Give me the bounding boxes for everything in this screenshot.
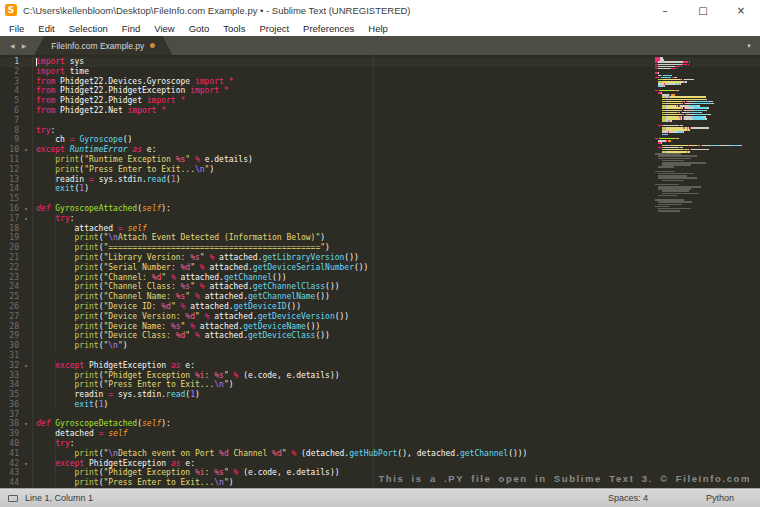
code-line[interactable]: 18 attached = self	[0, 224, 760, 234]
code-line[interactable]: 9 ch = Gyroscope()	[0, 135, 760, 145]
code-line[interactable]: 30 print("\n")	[0, 341, 760, 351]
fold-arrow-icon[interactable]: ▾	[20, 419, 33, 429]
syntax-setting[interactable]: Python	[706, 493, 734, 503]
code-line[interactable]: 17▾ try:	[0, 214, 760, 224]
code-line[interactable]: 37	[0, 410, 760, 420]
fold-gutter	[20, 57, 33, 67]
indent-guide	[55, 429, 56, 439]
code-line[interactable]: 7	[0, 116, 760, 126]
code-line[interactable]: 27 print("Device Version: %d" % attached…	[0, 312, 760, 322]
indent-guide	[75, 478, 76, 488]
code-line[interactable]: 21 print("Library Version: %s" % attache…	[0, 253, 760, 263]
code-line[interactable]: 32▾ except PhidgetException as e:	[0, 361, 760, 371]
tab-prev-icon[interactable]: ◀	[10, 42, 15, 49]
code-text: def GyroscopeDetached(self):	[33, 419, 760, 429]
tab-fileinfo-example[interactable]: FileInfo.com Example.py	[34, 36, 172, 55]
fold-arrow-icon[interactable]: ▾	[20, 361, 33, 371]
code-line[interactable]: 34 print("Press Enter to Exit...\n")	[0, 380, 760, 390]
code-line[interactable]: 4from Phidget22.PhidgetException import …	[0, 86, 760, 96]
code-line[interactable]: 2import time	[0, 67, 760, 77]
tab-label: FileInfo.com Example.py	[51, 41, 144, 51]
editor-pane[interactable]: 1import sys2import time3from Phidget22.D…	[0, 55, 760, 488]
code-line[interactable]: 1import sys	[0, 57, 760, 67]
code-line[interactable]: 28 print("Device Name: %s" % attached.ge…	[0, 322, 760, 332]
line-number: 22	[0, 263, 20, 273]
code-text: print("Channel: %d" % attached.getChanne…	[33, 273, 760, 283]
maximize-button[interactable]: □	[684, 0, 722, 20]
fold-arrow-icon[interactable]: ▾	[20, 459, 33, 469]
line-number: 29	[0, 331, 20, 341]
menu-file[interactable]: File	[2, 22, 31, 35]
tab-bar: ◀ ▶ FileInfo.com Example.py ▼	[0, 36, 760, 55]
fold-arrow-icon[interactable]: ▾	[20, 204, 33, 214]
code-text: print("Phidget Exception %i: %s" % (e.co…	[33, 371, 760, 381]
fold-arrow-icon[interactable]: ▾	[20, 145, 33, 155]
code-line[interactable]: 25 print("Channel Name: %s" % attached.g…	[0, 292, 760, 302]
code-line[interactable]: 11 print("Runtime Exception %s" % e.deta…	[0, 155, 760, 165]
menu-selection[interactable]: Selection	[62, 22, 115, 35]
code-line[interactable]: 5from Phidget22.Phidget import *	[0, 96, 760, 106]
code-line[interactable]: 26 print("Device ID: %d" % attached.getD…	[0, 302, 760, 312]
code-line[interactable]: 41 print("\nDetach event on Port %d Chan…	[0, 449, 760, 459]
code-line[interactable]: 20 print("==============================…	[0, 243, 760, 253]
indentation-setting[interactable]: Spaces: 4	[608, 493, 648, 503]
code-text: print("Press Enter to Exit...\n")	[33, 380, 760, 390]
code-line[interactable]: 13 readin = sys.stdin.read(1)	[0, 175, 760, 185]
minimize-button[interactable]: –	[646, 0, 684, 20]
code-line[interactable]: 16▾def GyroscopeAttached(self):	[0, 204, 760, 214]
code-text: def GyroscopeAttached(self):	[33, 204, 760, 214]
tab-overflow-icon[interactable]: ▼	[746, 36, 752, 55]
line-number: 2	[0, 67, 20, 77]
code-line[interactable]: 23 print("Channel: %d" % attached.getCha…	[0, 273, 760, 283]
menu-project[interactable]: Project	[252, 22, 296, 35]
menu-tools[interactable]: Tools	[216, 22, 252, 35]
code-line[interactable]: 8try:	[0, 126, 760, 136]
fold-arrow-icon[interactable]: ▾	[20, 214, 33, 224]
close-button[interactable]: ×	[722, 0, 760, 20]
indent-guide	[55, 233, 56, 243]
code-line[interactable]: 42▾ except PhidgetException as e:	[0, 459, 760, 469]
line-number: 32	[0, 361, 20, 371]
tab-nav: ◀ ▶	[0, 36, 32, 55]
menu-view[interactable]: View	[147, 22, 181, 35]
line-number: 24	[0, 282, 20, 292]
vintage-mode-icon[interactable]	[8, 495, 18, 502]
code-line[interactable]: 40 try:	[0, 439, 760, 449]
menu-edit[interactable]: Edit	[31, 22, 61, 35]
code-line[interactable]: 24 print("Channel Class: %s" % attached.…	[0, 282, 760, 292]
code-line[interactable]: 33 print("Phidget Exception %i: %s" % (e…	[0, 371, 760, 381]
code-line[interactable]: 39 detached = self	[0, 429, 760, 439]
code-line[interactable]: 6from Phidget22.Net import *	[0, 106, 760, 116]
fold-gutter	[20, 116, 33, 126]
code-line[interactable]: 35 readin = sys.stdin.read(1)	[0, 390, 760, 400]
code-line[interactable]: 31	[0, 351, 760, 361]
code-area[interactable]: 1import sys2import time3from Phidget22.D…	[0, 57, 760, 488]
menu-find[interactable]: Find	[115, 22, 147, 35]
code-line[interactable]: 29 print("Device Class: %d" % attached.g…	[0, 331, 760, 341]
code-line[interactable]: 12 print("Press Enter to Exit...\n")	[0, 165, 760, 175]
minimap-row	[655, 212, 747, 214]
line-number: 41	[0, 449, 20, 459]
code-line[interactable]: 36 exit(1)	[0, 400, 760, 410]
code-text: print("Device Name: %s" % attached.getDe…	[33, 322, 760, 332]
code-line[interactable]: 14 exit(1)	[0, 184, 760, 194]
indent-guide	[55, 380, 56, 390]
line-number: 34	[0, 380, 20, 390]
code-line[interactable]: 19 print("\nAttach Event Detected (Infor…	[0, 233, 760, 243]
tab-next-icon[interactable]: ▶	[22, 42, 27, 49]
indent-guide	[75, 468, 76, 478]
code-line[interactable]: 15	[0, 194, 760, 204]
code-text: print("\n")	[33, 341, 760, 351]
code-line[interactable]: 10▾except RuntimeError as e:	[0, 145, 760, 155]
menu-goto[interactable]: Goto	[182, 22, 217, 35]
minimap[interactable]	[655, 57, 747, 215]
line-number: 3	[0, 77, 20, 87]
menu-preferences[interactable]: Preferences	[296, 22, 361, 35]
fold-gutter	[20, 331, 33, 341]
indent-guide	[55, 400, 56, 410]
code-line[interactable]: 22 print("Serial Number: %d" % attached.…	[0, 263, 760, 273]
menu-bar: FileEditSelectionFindViewGotoToolsProjec…	[0, 20, 760, 36]
code-line[interactable]: 3from Phidget22.Devices.Gyroscope import…	[0, 77, 760, 87]
code-line[interactable]: 38▾def GyroscopeDetached(self):	[0, 419, 760, 429]
menu-help[interactable]: Help	[361, 22, 395, 35]
